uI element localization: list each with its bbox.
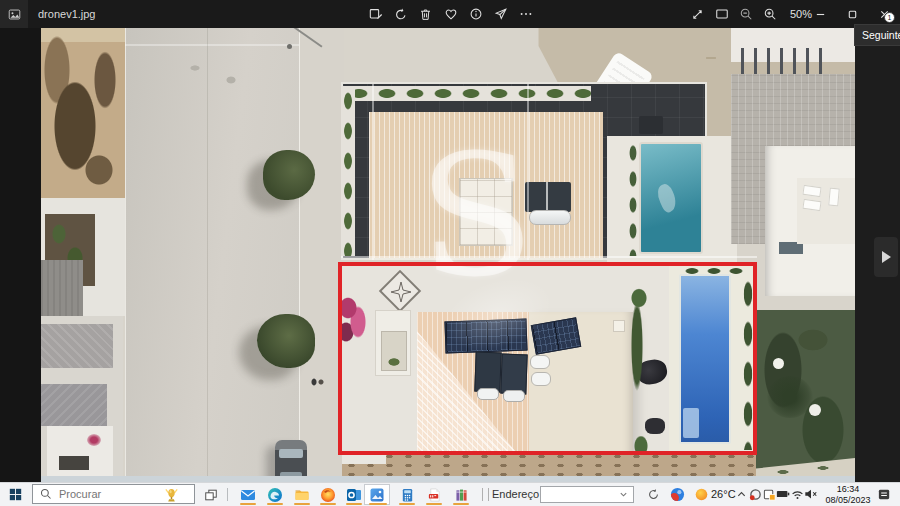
search-icon (40, 488, 52, 500)
left-house-bottom (47, 426, 113, 482)
more-icon[interactable] (518, 7, 533, 22)
running-indicator (294, 503, 310, 505)
taskbar-app-file-explorer[interactable] (291, 485, 313, 504)
pedestrians (311, 378, 325, 386)
red-annotation-rectangle (338, 262, 757, 455)
rotate-icon[interactable] (393, 7, 408, 22)
palm-tree (767, 376, 813, 418)
info-icon[interactable] (468, 7, 483, 22)
taskbar-clock[interactable]: 16:34 08/05/2023 (824, 484, 872, 505)
notification-center-button[interactable] (876, 487, 892, 501)
taskbar-app-edge[interactable] (264, 485, 286, 504)
running-indicator (240, 503, 256, 505)
window-title-filename: dronev1.jpg (38, 0, 96, 28)
photos-app-titlebar: dronev1.jpg (0, 0, 900, 28)
photos-app-button[interactable] (0, 0, 28, 28)
watermark-line-h (341, 256, 757, 258)
minimize-button[interactable] (804, 0, 836, 28)
notification-icon (877, 487, 892, 502)
lawn (753, 310, 855, 482)
roof-planter-left (341, 86, 355, 256)
taskbar-app-outlook[interactable] (343, 485, 365, 504)
taskbar-globe-app-icon[interactable] (668, 485, 686, 504)
watermark-line-v (372, 84, 374, 260)
road-crack (207, 28, 208, 482)
address-go-button[interactable] (645, 485, 661, 504)
taskbar-app-pdf-viewer[interactable] (423, 485, 445, 504)
car-windshield (279, 449, 303, 458)
photos-app-icon (8, 8, 21, 21)
hidden-icons-chevron[interactable] (734, 487, 748, 501)
notification-count-badge: 1 (884, 12, 895, 23)
taskbar-separator (227, 488, 228, 501)
running-indicator (426, 503, 442, 505)
desktop-screen: dronev1.jpg (0, 0, 900, 506)
task-view-button[interactable] (200, 485, 222, 504)
running-indicator (399, 503, 415, 505)
neighbor-pool (639, 142, 703, 254)
chevron-down-icon[interactable] (619, 490, 628, 499)
roof-planter (345, 86, 591, 101)
zoom-in-icon[interactable] (762, 7, 777, 22)
search-highlight-trophy-icon[interactable] (163, 485, 180, 503)
lounger (828, 188, 840, 207)
photo-canvas[interactable]: S (41, 28, 855, 482)
search-input[interactable] (57, 487, 161, 501)
next-arrow-icon (882, 251, 891, 263)
windows-logo-icon (9, 488, 22, 501)
delete-icon[interactable] (418, 7, 433, 22)
garden-umbrella (773, 358, 784, 369)
left-flower (87, 434, 101, 446)
address-toolbar-label: Endereço (492, 483, 539, 506)
favorite-icon[interactable] (443, 7, 458, 22)
white-wall-piece (342, 454, 386, 464)
taskbar-app-photos[interactable] (366, 485, 388, 504)
edit-image-icon[interactable] (368, 7, 383, 22)
address-input[interactable] (541, 488, 619, 501)
zoom-out-icon[interactable] (738, 7, 753, 22)
running-indicator (346, 503, 362, 505)
refresh-icon (647, 488, 660, 501)
left-house-window (59, 456, 89, 470)
left-driveway (41, 324, 113, 368)
photo-toolbar (368, 0, 533, 28)
taskbar-app-mail[interactable] (237, 485, 259, 504)
solar-water-heater-tank (529, 210, 571, 225)
dirt-strip (342, 452, 756, 478)
taskbar-app-calculator[interactable] (396, 485, 418, 504)
weather-temperature[interactable]: 26°C (711, 483, 736, 506)
dolphin-mosaic (654, 182, 680, 214)
windows-taskbar: Endereço (0, 482, 900, 506)
running-indicator (320, 503, 336, 505)
volume-muted-icon[interactable] (804, 487, 818, 501)
left-driveway-2 (41, 384, 107, 426)
next-button-tooltip: Seguinte (854, 24, 900, 46)
fullscreen-icon[interactable] (690, 7, 705, 22)
neighbor-pool-plants (627, 140, 639, 256)
running-indicator (453, 503, 469, 505)
clock-time: 16:34 (824, 484, 872, 495)
fit-to-window-icon[interactable] (714, 7, 729, 22)
network-wifi-icon[interactable] (790, 487, 804, 501)
taskbar-app-firefox[interactable] (317, 485, 339, 504)
view-controls: 50% (690, 0, 812, 28)
sync-tray-icon[interactable] (748, 487, 762, 501)
ac-unit (639, 116, 663, 134)
share-icon[interactable] (493, 7, 508, 22)
lounger (802, 185, 821, 197)
taskbar-search-box[interactable] (32, 484, 195, 504)
lounger (802, 199, 821, 211)
toolbar-grip[interactable] (482, 488, 489, 501)
roof-terrace (797, 178, 855, 244)
tree (257, 314, 315, 368)
app-notification-tray-icon[interactable] (762, 487, 776, 501)
weather-sun-icon[interactable] (693, 485, 710, 504)
running-indicator (267, 503, 283, 505)
clock-date: 08/05/2023 (824, 495, 872, 506)
next-image-button[interactable] (874, 237, 898, 277)
taskbar-app-archive-manager[interactable] (450, 485, 472, 504)
vacant-lot (41, 28, 125, 198)
battery-icon[interactable] (776, 487, 790, 501)
start-button[interactable] (0, 483, 30, 506)
address-combobox[interactable] (540, 486, 634, 503)
